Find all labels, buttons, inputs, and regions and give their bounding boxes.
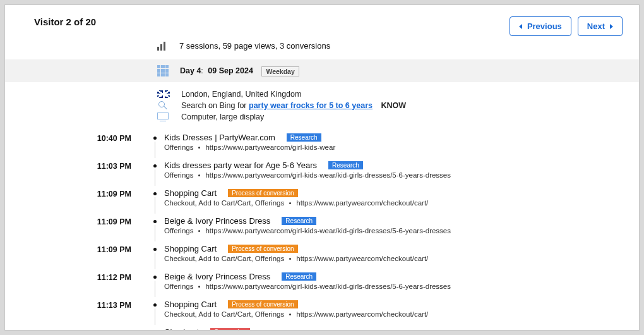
event-url: https://www.partywearcom/girl-kids-wear/… <box>205 227 451 234</box>
event-crumbs: Offerings <box>164 171 193 179</box>
day-type-badge: Weekday <box>261 66 299 76</box>
event-title-line: Beige & Ivory Princess DressResearch <box>164 272 620 281</box>
event-time: 11:09 PM <box>5 188 145 198</box>
timeline-dot-icon <box>153 248 157 251</box>
timeline-dot-icon <box>153 220 157 223</box>
timeline-dot-icon <box>153 303 157 307</box>
location-text: London, England, United Kingdom <box>181 90 301 99</box>
search-query-link[interactable]: party wear frocks for 5 to 6 years <box>249 101 373 110</box>
search-prefix: Search on Bing for <box>181 101 247 110</box>
nav-buttons: Previous Next <box>510 16 623 36</box>
timeline-event: 11:12 PMBeige & Ivory Princess DressRese… <box>5 271 620 298</box>
event-sub-line: Offeringshttps://www.partywearcom/girl-k… <box>164 283 620 290</box>
event-badge: Research <box>282 217 316 225</box>
event-crumbs: Offerings <box>164 283 193 290</box>
event-content: CheckoutConversionCheckout, ConversionCh… <box>164 327 620 331</box>
previous-label: Previous <box>527 21 562 31</box>
uk-flag-icon <box>157 90 170 98</box>
event-content: Beige & Ivory Princess DressResearchOffe… <box>164 272 620 290</box>
timeline-event: 11:03 PMKids dresses party wear for Age … <box>5 159 620 187</box>
timeline-marker <box>145 133 164 158</box>
timeline-line <box>155 308 155 325</box>
event-content: Kids Dresses | PartyWear.comResearchOffe… <box>164 133 620 151</box>
timeline-event: 11:13 PMShopping CartProcess of conversi… <box>5 298 620 326</box>
separator-dot-icon <box>198 230 200 232</box>
separator-dot-icon <box>198 147 200 149</box>
event-crumbs: Checkout, Add to Cart/Cart, Offerings <box>164 199 284 207</box>
timeline-marker <box>145 272 164 297</box>
timeline-event: 11:09 PMBeige & Ivory Princess DressRese… <box>5 215 620 243</box>
separator-dot-icon <box>198 174 200 176</box>
event-time: 11:12 PM <box>5 272 145 282</box>
event-badge: Conversion <box>210 328 250 331</box>
event-sub-line: Checkout, Add to Cart/Cart, Offeringshtt… <box>164 255 620 262</box>
visitor-context: London, England, United Kingdom Search o… <box>5 82 639 129</box>
event-crumbs: Checkout, Add to Cart/Cart, Offerings <box>164 255 284 262</box>
event-title-line: Beige & Ivory Princess DressResearch <box>164 216 620 226</box>
chevron-left-icon <box>519 24 522 29</box>
event-sub-line: Checkout, Add to Cart/Cart, Offeringshtt… <box>164 199 620 207</box>
next-label: Next <box>587 21 605 31</box>
event-badge: Research <box>328 161 363 169</box>
search-row: Search on Bing for party wear frocks for… <box>157 101 639 110</box>
separator-dot-icon <box>289 314 291 315</box>
day-label: Day 4: 09 Sep 2024 Weekday <box>180 66 299 75</box>
timeline-marker <box>145 161 164 186</box>
timeline-marker <box>145 216 164 241</box>
event-badge: Research <box>282 272 316 281</box>
event-title: Shopping Cart <box>164 300 217 309</box>
event-title-line: Shopping CartProcess of conversion <box>164 300 620 309</box>
day-banner: Day 4: 09 Sep 2024 Weekday <box>5 59 639 82</box>
summary-row: 7 sessions, 59 page views, 3 conversions <box>5 36 639 59</box>
timeline-line <box>155 225 155 241</box>
timeline-event: 11:13 PMCheckoutConversionCheckout, Conv… <box>5 326 620 331</box>
event-badge: Research <box>287 133 321 142</box>
event-title-line: Kids dresses party wear for Age 5-6 Year… <box>164 161 620 170</box>
event-title: Checkout <box>164 327 199 331</box>
event-sub-line: Checkout, Add to Cart/Cart, Offeringshtt… <box>164 310 620 318</box>
next-button[interactable]: Next <box>578 16 623 36</box>
summary-text: 7 sessions, 59 page views, 3 conversions <box>179 41 330 51</box>
event-content: Shopping CartProcess of conversionChecko… <box>164 300 620 318</box>
separator-dot-icon <box>198 286 200 288</box>
event-content: Shopping CartProcess of conversionChecko… <box>164 244 620 262</box>
timeline-event: 11:09 PMShopping CartProcess of conversi… <box>5 243 620 271</box>
bar-chart-icon <box>157 42 165 51</box>
event-url: https://www.partywearcom/checkout/cart/ <box>296 310 428 318</box>
timeline-dot-icon <box>153 164 157 168</box>
device-row: Computer, large display <box>157 113 639 121</box>
event-badge: Process of conversion <box>228 245 297 253</box>
event-badge: Process of conversion <box>228 300 297 308</box>
event-url: https://www.partywearcom/checkout/cart/ <box>296 199 428 207</box>
event-title: Shopping Cart <box>164 244 217 253</box>
timeline: 10:40 PMKids Dresses | PartyWear.comRese… <box>5 129 639 331</box>
previous-button[interactable]: Previous <box>510 16 571 36</box>
event-time: 11:03 PM <box>5 161 145 171</box>
event-content: Kids dresses party wear for Age 5-6 Year… <box>164 161 620 179</box>
device-text: Computer, large display <box>181 113 264 121</box>
timeline-event: 10:40 PMKids Dresses | PartyWear.comRese… <box>5 131 620 159</box>
event-url: https://www.partywearcom/checkout/cart/ <box>296 255 428 262</box>
visitor-detail-window: Visitor 2 of 20 Previous Next 7 sessions… <box>4 4 640 331</box>
event-time: 11:09 PM <box>5 244 145 254</box>
separator-dot-icon <box>289 202 291 204</box>
timeline-dot-icon <box>153 192 157 195</box>
event-time: 11:09 PM <box>5 216 145 226</box>
monitor-icon <box>157 113 170 121</box>
timeline-marker <box>145 327 164 331</box>
calendar-icon <box>157 65 169 76</box>
event-badge: Process of conversion <box>228 189 297 197</box>
event-time: 11:13 PM <box>5 300 145 310</box>
event-title-line: Shopping CartProcess of conversion <box>164 244 620 253</box>
timeline-line <box>155 253 155 269</box>
timeline-marker <box>145 188 164 214</box>
chevron-right-icon <box>610 24 613 29</box>
location-row: London, England, United Kingdom <box>157 90 639 99</box>
event-url: https://www.partywearcom/girl-kids-wear/… <box>205 171 451 179</box>
header-bar: Visitor 2 of 20 Previous Next <box>5 5 639 36</box>
event-sub-line: Offeringshttps://www.partywearcom/girl-k… <box>164 171 620 179</box>
event-content: Beige & Ivory Princess DressResearchOffe… <box>164 216 620 234</box>
timeline-marker <box>145 244 164 269</box>
event-title-line: Shopping CartProcess of conversion <box>164 188 620 198</box>
timeline-line <box>155 169 155 186</box>
